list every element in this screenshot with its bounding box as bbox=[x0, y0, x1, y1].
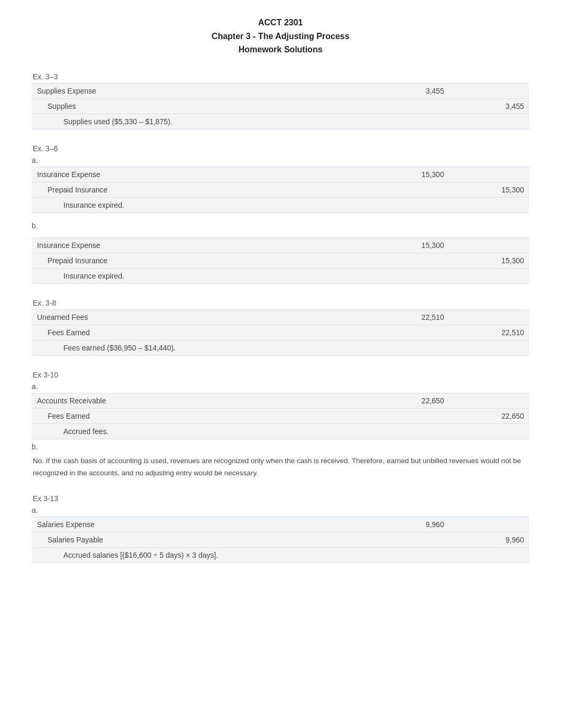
debit-amount: 3,455 bbox=[380, 83, 454, 98]
debit-amount bbox=[380, 253, 454, 268]
credit-amount: 9,960 bbox=[455, 532, 529, 547]
section-label: Ex. 3–6 bbox=[32, 144, 529, 153]
entry-description: Fees Earned bbox=[32, 408, 380, 423]
page-header: ACCT 2301 Chapter 3 - The Adjusting Proc… bbox=[32, 16, 529, 57]
journal-table: Accounts Receivable22,650Fees Earned22,6… bbox=[32, 393, 529, 439]
table-row: Supplies used ($5,330 – $1,875). bbox=[32, 114, 529, 129]
entry-description: Accounts Receivable bbox=[32, 393, 380, 408]
journal-table: Unearned Fees22,510Fees Earned22,510Fees… bbox=[32, 309, 529, 356]
section-ex3-13: Ex 3-13a.Salaries Expense9,960Salaries P… bbox=[32, 494, 529, 563]
section-ex3-8: Ex. 3-8Unearned Fees22,510Fees Earned22,… bbox=[32, 299, 529, 356]
debit-amount bbox=[380, 340, 454, 355]
journal-table: Supplies Expense3,455Supplies3,455Suppli… bbox=[32, 83, 529, 130]
credit-amount bbox=[455, 547, 529, 563]
credit-amount bbox=[455, 83, 529, 98]
table-row: Prepaid Insurance15,300 bbox=[32, 182, 529, 197]
debit-amount bbox=[380, 182, 454, 197]
section-ex3-3: Ex. 3–3Supplies Expense3,455Supplies3,45… bbox=[32, 72, 529, 130]
credit-amount bbox=[455, 197, 529, 213]
table-row: Prepaid Insurance15,300 bbox=[32, 253, 529, 268]
table-row: Unearned Fees22,510 bbox=[32, 309, 529, 325]
table-row: Salaries Payable9,960 bbox=[32, 532, 529, 547]
credit-amount bbox=[455, 517, 529, 532]
debit-amount: 9,960 bbox=[380, 517, 454, 532]
table-row: Supplies3,455 bbox=[32, 98, 529, 114]
debit-amount bbox=[380, 547, 454, 563]
sub-label-extra: b. bbox=[32, 222, 529, 230]
table-row: Accrued fees. bbox=[32, 423, 529, 439]
entry-description: Salaries Expense bbox=[32, 517, 380, 532]
entry-description: Accrued salaries [($16,600 ÷ 5 days) × 3… bbox=[32, 547, 380, 563]
content-area: Ex. 3–3Supplies Expense3,455Supplies3,45… bbox=[32, 72, 529, 563]
entry-description: Insurance expired. bbox=[32, 197, 380, 213]
entry-description: Salaries Payable bbox=[32, 532, 380, 547]
table-row: Fees Earned22,650 bbox=[32, 408, 529, 423]
sub-label: a. bbox=[32, 156, 529, 164]
debit-amount bbox=[380, 325, 454, 340]
table-row: Salaries Expense9,960 bbox=[32, 517, 529, 532]
credit-amount bbox=[455, 309, 529, 325]
sub-label: a. bbox=[32, 506, 529, 514]
section-label: Ex. 3-8 bbox=[32, 299, 529, 307]
table-row: Supplies Expense3,455 bbox=[32, 83, 529, 98]
credit-amount: 15,300 bbox=[455, 182, 529, 197]
debit-amount bbox=[380, 532, 454, 547]
debit-amount: 22,510 bbox=[380, 309, 454, 325]
table-row: Insurance expired. bbox=[32, 268, 529, 283]
debit-amount bbox=[380, 423, 454, 439]
note-label: b. bbox=[32, 443, 529, 451]
entry-description: Fees Earned bbox=[32, 325, 380, 340]
table-row: Insurance Expense15,300 bbox=[32, 237, 529, 253]
entry-description: Unearned Fees bbox=[32, 309, 380, 325]
credit-amount bbox=[455, 393, 529, 408]
table-row: Fees earned ($36,950 – $14,440). bbox=[32, 340, 529, 355]
credit-amount: 3,455 bbox=[455, 98, 529, 114]
header-line2: Chapter 3 - The Adjusting Process bbox=[212, 32, 350, 41]
section-label: Ex 3-13 bbox=[32, 494, 529, 503]
sub-label: a. bbox=[32, 382, 529, 391]
debit-amount bbox=[380, 268, 454, 283]
entry-description: Insurance Expense bbox=[32, 237, 380, 253]
journal-table: Insurance Expense15,300Prepaid Insurance… bbox=[32, 167, 529, 213]
header-line1: ACCT 2301 bbox=[258, 18, 303, 27]
entry-description: Supplies bbox=[32, 98, 380, 114]
section-ex3-6: Ex. 3–6a.Insurance Expense15,300Prepaid … bbox=[32, 144, 529, 284]
entry-description: Accrued fees. bbox=[32, 423, 380, 439]
debit-amount bbox=[380, 98, 454, 114]
credit-amount bbox=[455, 114, 529, 129]
credit-amount bbox=[455, 340, 529, 355]
credit-amount: 22,650 bbox=[455, 408, 529, 423]
entry-description: Supplies Expense bbox=[32, 83, 380, 98]
entry-description: Insurance Expense bbox=[32, 167, 380, 182]
note-text: No. If the cash basis of accounting is u… bbox=[32, 455, 529, 480]
table-row: Accounts Receivable22,650 bbox=[32, 393, 529, 408]
credit-amount bbox=[455, 268, 529, 283]
journal-table: Salaries Expense9,960Salaries Payable9,9… bbox=[32, 517, 529, 563]
credit-amount bbox=[455, 167, 529, 182]
debit-amount bbox=[380, 114, 454, 129]
credit-amount bbox=[455, 423, 529, 439]
section-label: Ex. 3–3 bbox=[32, 72, 529, 81]
header-line3: Homework Solutions bbox=[238, 45, 322, 54]
debit-amount: 15,300 bbox=[380, 167, 454, 182]
table-row: Accrued salaries [($16,600 ÷ 5 days) × 3… bbox=[32, 547, 529, 563]
entry-description: Prepaid Insurance bbox=[32, 182, 380, 197]
entry-description: Supplies used ($5,330 – $1,875). bbox=[32, 114, 380, 129]
table-row: Insurance Expense15,300 bbox=[32, 167, 529, 182]
entry-description: Fees earned ($36,950 – $14,440). bbox=[32, 340, 380, 355]
debit-amount: 22,650 bbox=[380, 393, 454, 408]
credit-amount: 15,300 bbox=[455, 253, 529, 268]
credit-amount bbox=[455, 237, 529, 253]
table-row: Insurance expired. bbox=[32, 197, 529, 213]
table-row: Fees Earned22,510 bbox=[32, 325, 529, 340]
section-ex3-10: Ex 3-10a.Accounts Receivable22,650Fees E… bbox=[32, 371, 529, 480]
debit-amount: 15,300 bbox=[380, 237, 454, 253]
credit-amount: 22,510 bbox=[455, 325, 529, 340]
entry-description: Insurance expired. bbox=[32, 268, 380, 283]
debit-amount bbox=[380, 197, 454, 213]
debit-amount bbox=[380, 408, 454, 423]
section-label: Ex 3-10 bbox=[32, 371, 529, 379]
journal-table: Insurance Expense15,300Prepaid Insurance… bbox=[32, 237, 529, 284]
entry-description: Prepaid Insurance bbox=[32, 253, 380, 268]
